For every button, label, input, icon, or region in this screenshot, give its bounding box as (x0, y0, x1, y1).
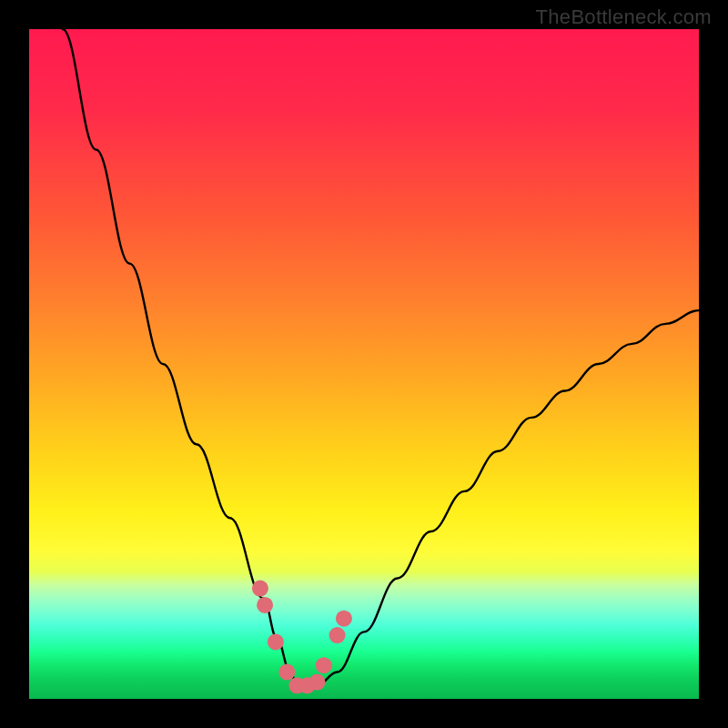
bottleneck-dot (316, 657, 332, 673)
bottleneck-chart (29, 29, 699, 699)
watermark-text: TheBottleneck.com (536, 5, 712, 29)
plot-area (29, 29, 699, 699)
bottleneck-curve (63, 29, 699, 685)
bottleneck-dot (252, 581, 268, 597)
bottleneck-dot (278, 664, 295, 681)
bottleneck-dot (308, 674, 325, 691)
bottleneck-dot (329, 627, 346, 643)
bottleneck-dot (268, 633, 284, 650)
bottleneck-dots (252, 581, 352, 694)
bottleneck-dot (257, 597, 273, 613)
bottleneck-dot (336, 611, 352, 627)
